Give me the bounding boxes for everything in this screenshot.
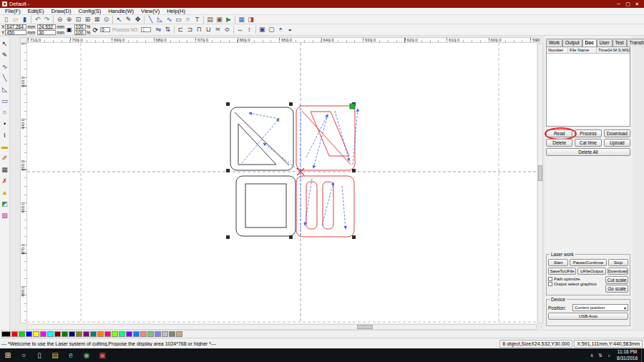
color-swatch[interactable] — [147, 331, 154, 337]
delete-all-button[interactable]: Delete All — [546, 148, 630, 156]
polyline-tool-icon[interactable]: ◺ — [1, 85, 9, 94]
undo-icon[interactable]: ↶ — [33, 15, 42, 24]
height-input[interactable] — [37, 30, 56, 35]
color-swatch[interactable] — [54, 331, 61, 337]
to-back-icon[interactable]: ◒ — [286, 26, 295, 34]
pause-continue-button[interactable]: Pause/Continue — [570, 259, 607, 266]
vertical-scrollbar[interactable] — [537, 43, 543, 323]
stop-button[interactable]: Stop — [608, 259, 628, 266]
document-table[interactable]: Number File Name Time(H:M:S:MS) — [546, 47, 630, 127]
menu-edit[interactable]: Edit(E) — [24, 8, 48, 14]
color-swatch[interactable] — [83, 331, 89, 337]
go-scale-button[interactable]: Go scale — [605, 285, 628, 293]
color-swatch[interactable] — [69, 331, 75, 337]
rotate-icon[interactable]: ⟳ — [92, 26, 98, 34]
tray-network-icon[interactable]: ⇅ — [596, 353, 605, 358]
menu-config[interactable]: Config(S) — [75, 8, 105, 14]
save-icon[interactable]: ▮ — [20, 15, 29, 24]
ufile-output-button[interactable]: UFileOutput — [577, 268, 605, 275]
menu-file[interactable]: File(F) — [1, 8, 24, 14]
same-width-icon[interactable]: ↔ — [235, 26, 245, 34]
canvas[interactable] — [27, 43, 537, 323]
chrome-browser-icon[interactable]: ◉ — [79, 348, 94, 362]
tab-output[interactable]: Output — [562, 39, 582, 47]
redo-icon[interactable]: ↷ — [42, 15, 52, 24]
draw-text-icon[interactable]: T — [192, 15, 202, 24]
select-icon[interactable]: ↖ — [114, 15, 124, 24]
menu-help[interactable]: Help(H) — [163, 8, 189, 14]
close-button[interactable]: ✕ — [633, 1, 642, 7]
cal-time-button[interactable]: Cal time — [575, 139, 601, 147]
node-edit-icon[interactable]: ✎ — [124, 15, 133, 24]
horizontal-scrollbar-thumb[interactable] — [357, 325, 373, 329]
ungroup-icon[interactable]: ▢ — [267, 26, 276, 34]
align-top-icon[interactable]: ⊓ — [195, 26, 204, 34]
align-bottom-icon[interactable]: ⊔ — [204, 26, 213, 34]
show-desktop-button[interactable] — [641, 348, 644, 362]
zoom-all-icon[interactable]: ⊠ — [92, 15, 102, 24]
device-icon[interactable]: ▣ — [215, 15, 224, 24]
output-select-checkbox[interactable] — [548, 282, 552, 286]
swap-color-tool-icon[interactable]: ◩ — [1, 200, 9, 208]
color-swatch[interactable] — [40, 331, 47, 337]
tab-transform[interactable]: Transform — [627, 39, 644, 47]
tab-user[interactable]: User — [597, 39, 613, 47]
color-swatch[interactable] — [97, 331, 104, 337]
zoom-window-icon[interactable]: ⊡ — [74, 15, 83, 24]
draw-line-icon[interactable]: ╲ — [146, 15, 155, 24]
position-dropdown[interactable]: Current position ▾ — [572, 304, 628, 311]
color-swatch[interactable] — [26, 331, 32, 337]
path-optimize-checkbox[interactable] — [548, 277, 552, 281]
delete-button[interactable]: Delete — [546, 139, 572, 147]
tab-test[interactable]: Test — [613, 39, 627, 47]
rotate-input[interactable] — [100, 27, 110, 32]
to-front-icon[interactable]: ◓ — [276, 26, 286, 34]
tab-work[interactable]: Work — [546, 39, 562, 47]
cut-scale-button[interactable]: Cut scale — [605, 276, 628, 284]
color-swatch[interactable] — [33, 331, 39, 337]
color-swatch[interactable] — [162, 331, 168, 337]
start-button[interactable]: ⊞ — [0, 348, 16, 362]
color-swatch[interactable] — [76, 331, 82, 337]
tab-doc[interactable]: Doc — [582, 39, 597, 47]
search-icon[interactable]: ○ — [16, 348, 31, 362]
usb-auto-button[interactable]: USB:Auto — [548, 313, 628, 320]
select-tool-icon[interactable]: ↖ — [1, 39, 9, 48]
delete-tool-icon[interactable]: ✗ — [1, 177, 9, 185]
aspect-lock-icon[interactable]: ▣ — [67, 26, 72, 33]
color-swatch[interactable] — [62, 331, 68, 337]
system-settings-icon[interactable]: ◨ — [246, 15, 255, 24]
color-swatch[interactable] — [47, 331, 54, 337]
start-button[interactable]: Start — [548, 259, 568, 266]
upload-button[interactable]: Upload — [604, 139, 630, 147]
color-swatch[interactable] — [104, 331, 111, 337]
same-height-icon[interactable]: ↕ — [245, 26, 254, 34]
y-position-input[interactable] — [5, 30, 26, 35]
zoom-page-icon[interactable]: ⊞ — [83, 15, 92, 24]
color-swatch[interactable] — [11, 331, 18, 337]
maximize-button[interactable]: ▢ — [623, 1, 633, 7]
line-tool-icon[interactable]: ╲ — [1, 74, 9, 82]
tray-volume-icon[interactable]: ♪ — [605, 353, 613, 358]
zoom-selection-icon[interactable]: ⊙ — [102, 15, 111, 24]
vertical-scrollbar-thumb[interactable] — [538, 165, 542, 181]
output-icon[interactable]: ▤ — [205, 15, 215, 24]
color-swatch[interactable] — [119, 331, 125, 337]
node-edit-tool-icon[interactable]: ✎ — [1, 51, 9, 59]
draw-curve-icon[interactable]: ∿ — [165, 15, 174, 24]
ellipse-tool-icon[interactable]: ○ — [1, 108, 9, 117]
text-tool-icon[interactable]: I — [1, 131, 9, 140]
color-swatch[interactable] — [1, 331, 11, 337]
download-ufile-button[interactable]: Download — [608, 268, 628, 275]
color-swatch[interactable] — [90, 331, 97, 337]
laserwork-app-icon[interactable]: ▣ — [94, 348, 110, 362]
draw-ellipse-icon[interactable]: ○ — [183, 15, 192, 24]
zoom-out-icon[interactable]: ⊖ — [55, 15, 64, 24]
mirror-horizontal-icon[interactable]: ⇋ — [154, 26, 163, 34]
warning-tool-icon[interactable]: ▲ — [1, 188, 9, 197]
color-swatch[interactable] — [176, 331, 182, 337]
simulate-icon[interactable]: ▶ — [224, 15, 233, 24]
align-left-icon[interactable]: ⊏ — [176, 26, 185, 34]
tray-caret-icon[interactable]: ∧ — [587, 353, 596, 358]
open-icon[interactable]: ▱ — [11, 15, 20, 24]
